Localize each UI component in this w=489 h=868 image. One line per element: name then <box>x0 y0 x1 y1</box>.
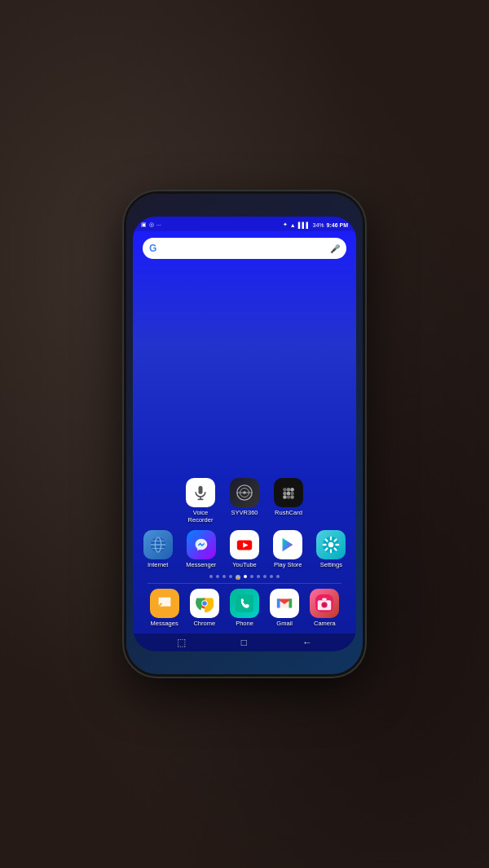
page-dot-3 <box>222 575 226 578</box>
svg-point-7 <box>283 488 287 492</box>
app-item-internet[interactable]: Internet <box>139 530 176 568</box>
svg-point-9 <box>290 488 294 492</box>
page-dot-8 <box>257 575 260 578</box>
settings-label: Settings <box>320 561 342 568</box>
app-item-rushcard[interactable]: RushCard <box>270 478 307 524</box>
dock-app-camera[interactable]: Camera <box>306 589 343 627</box>
svg-point-13 <box>283 495 287 499</box>
app-row-2: Internet Messenger YouTube <box>139 530 350 568</box>
svg-point-33 <box>202 601 207 606</box>
home-button[interactable]: □ <box>241 637 247 648</box>
app-item-syvr360[interactable]: SYVR360 <box>226 478 263 524</box>
back-button[interactable]: ← <box>302 637 312 648</box>
svg-rect-36 <box>277 599 280 608</box>
more-notifications-icon: ··· <box>156 222 161 228</box>
svg-rect-37 <box>289 599 293 608</box>
messages-label: Messages <box>151 620 178 627</box>
rushcard-label: RushCard <box>275 509 302 516</box>
gmail-label: Gmail <box>276 620 293 627</box>
svg-point-8 <box>287 488 291 492</box>
notification-icon-2: ◎ <box>149 221 154 228</box>
bluetooth-icon: ✦ <box>283 221 288 228</box>
dock-separator <box>148 583 341 584</box>
chrome-icon <box>190 589 219 618</box>
page-dot-10 <box>270 575 273 578</box>
play-store-icon <box>273 530 302 559</box>
app-grid: VoiceRecorder SYVR360 <box>133 264 356 633</box>
syvr360-icon <box>230 478 259 507</box>
youtube-icon <box>230 530 259 559</box>
page-dot-active <box>244 575 247 578</box>
settings-icon <box>316 530 346 559</box>
recents-button[interactable]: ⬚ <box>177 637 186 648</box>
dock-app-chrome[interactable]: Chrome <box>186 589 223 627</box>
microphone-icon[interactable]: 🎤 <box>330 244 340 253</box>
syvr360-label: SYVR360 <box>231 509 258 516</box>
voice-recorder-label: VoiceRecorder <box>188 509 214 524</box>
internet-label: Internet <box>148 561 168 568</box>
messages-icon <box>150 589 179 618</box>
phone-device: ▣ ◎ ··· ✦ ▲ ▌▌▌ 34% 9:46 PM G 🎤 <box>126 194 363 674</box>
dock: Messages Chrome <box>139 587 350 630</box>
svg-point-41 <box>323 603 327 607</box>
status-time: 9:46 PM <box>327 222 348 228</box>
svg-point-10 <box>283 492 287 496</box>
youtube-label: YouTube <box>232 561 256 568</box>
messenger-label: Messenger <box>186 561 216 568</box>
app-item-voice-recorder[interactable]: VoiceRecorder <box>182 478 219 524</box>
wifi-icon: ▲ <box>290 222 296 228</box>
app-item-settings[interactable]: Settings <box>313 530 350 568</box>
phone-label: Phone <box>236 620 253 627</box>
app-row-1: VoiceRecorder SYVR360 <box>139 478 350 524</box>
dock-app-gmail[interactable]: Gmail <box>266 589 303 627</box>
status-bar: ▣ ◎ ··· ✦ ▲ ▌▌▌ 34% 9:46 PM <box>133 217 356 231</box>
page-dot-1 <box>209 575 213 578</box>
camera-label: Camera <box>314 620 336 627</box>
status-icons-right: ✦ ▲ ▌▌▌ 34% 9:46 PM <box>283 221 348 228</box>
chrome-label: Chrome <box>193 620 215 627</box>
rushcard-icon <box>274 478 303 507</box>
svg-point-12 <box>290 492 294 496</box>
messenger-icon <box>187 530 216 559</box>
svg-point-11 <box>287 492 291 496</box>
phone-icon <box>230 589 259 618</box>
page-dot-lock: 🔒 <box>236 575 240 580</box>
app-item-messenger[interactable]: Messenger <box>183 530 219 568</box>
app-item-play-store[interactable]: Play Store <box>270 530 306 568</box>
notification-icon-1: ▣ <box>141 221 147 228</box>
internet-icon <box>143 530 173 559</box>
dock-app-phone[interactable]: Phone <box>226 589 263 627</box>
voice-recorder-icon <box>186 478 215 507</box>
svg-point-28 <box>328 542 333 547</box>
status-icons-left: ▣ ◎ ··· <box>141 221 161 228</box>
svg-point-15 <box>290 495 294 499</box>
svg-rect-0 <box>199 486 203 494</box>
gmail-icon <box>270 589 299 618</box>
signal-icon: ▌▌▌ <box>298 222 311 228</box>
phone-screen: ▣ ◎ ··· ✦ ▲ ▌▌▌ 34% 9:46 PM G 🎤 <box>133 217 356 651</box>
svg-rect-42 <box>323 598 328 601</box>
svg-point-14 <box>287 495 291 499</box>
app-item-youtube[interactable]: YouTube <box>226 530 262 568</box>
page-dot-4 <box>229 575 232 578</box>
camera-icon <box>310 589 339 618</box>
play-store-label: Play Store <box>274 561 302 568</box>
dock-app-messages[interactable]: Messages <box>146 589 183 627</box>
page-dot-2 <box>216 575 219 578</box>
svg-rect-34 <box>236 594 253 612</box>
page-dot-7 <box>250 575 253 578</box>
page-dot-11 <box>276 575 280 578</box>
google-g-logo: G <box>149 243 156 254</box>
search-bar[interactable]: G 🎤 <box>143 238 346 259</box>
page-indicators: 🔒 <box>139 575 350 580</box>
page-dot-9 <box>263 575 267 578</box>
navigation-bar: ⬚ □ ← <box>133 633 356 651</box>
battery-percent: 34% <box>313 222 324 228</box>
